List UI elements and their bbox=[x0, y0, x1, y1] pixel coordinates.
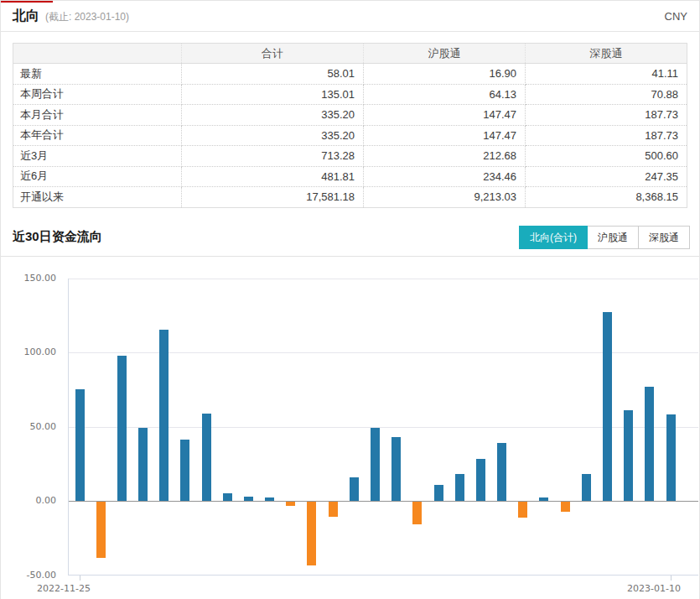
outflow-bar bbox=[561, 502, 570, 512]
table-row: 本周合计 135.01 64.13 70.88 bbox=[13, 84, 687, 105]
inflow-bar bbox=[159, 330, 169, 501]
flow-section-title: 近30日资金流向 bbox=[13, 229, 102, 245]
summary-table: 合计 沪股通 深股通 最新 58.01 16.90 41.11 本周合计 135… bbox=[13, 43, 687, 208]
cell-value: 335.20 bbox=[182, 125, 364, 146]
outflow-bar bbox=[412, 502, 422, 524]
x-axis-tick-first bbox=[80, 576, 80, 581]
zero-axis-line bbox=[69, 501, 698, 502]
gridline-150 bbox=[69, 279, 698, 279]
table-row: 本月合计 335.20 147.47 187.73 bbox=[13, 105, 687, 126]
inflow-bar bbox=[180, 440, 189, 501]
plot-area bbox=[68, 279, 698, 576]
row-label: 开通以来 bbox=[13, 187, 182, 208]
inflow-bar bbox=[497, 443, 506, 501]
corner-cell bbox=[13, 44, 182, 64]
row-label: 近6月 bbox=[13, 166, 182, 187]
cell-value: 8,368.15 bbox=[526, 187, 687, 208]
cell-value: 17,581.18 bbox=[182, 187, 364, 208]
flow-section-header: 近30日资金流向 北向(合计) 沪股通 深股通 bbox=[1, 218, 699, 257]
outflow-bar bbox=[286, 502, 295, 506]
table-row: 本年合计 335.20 147.47 187.73 bbox=[13, 125, 687, 146]
northbound-panel: 北向 (截止: 2023-01-10) CNY 合计 沪股通 深股通 最新 58… bbox=[0, 0, 700, 599]
y-axis-tick-label: -50.00 bbox=[1, 570, 56, 581]
flow-tabs: 北向(合计) 沪股通 深股通 bbox=[520, 226, 690, 249]
panel-title: 北向 bbox=[13, 8, 39, 25]
inflow-bar bbox=[202, 414, 211, 501]
summary-table-wrap: 合计 沪股通 深股通 最新 58.01 16.90 41.11 本周合计 135… bbox=[13, 43, 687, 208]
y-axis-tick-label: 50.00 bbox=[1, 421, 56, 433]
inflow-bar bbox=[455, 474, 464, 501]
top-accent-bar bbox=[1, 0, 53, 3]
col-header-shanghai: 沪股通 bbox=[364, 44, 526, 64]
flow-bar-chart: 150.00 100.00 50.00 0.00 -50.00 2022-11-… bbox=[1, 257, 699, 599]
cell-value: 16.90 bbox=[364, 64, 526, 85]
tab-shenzhen-connect[interactable]: 深股通 bbox=[638, 226, 690, 249]
cell-value: 187.73 bbox=[526, 105, 687, 126]
row-label: 本年合计 bbox=[13, 125, 182, 146]
currency-label: CNY bbox=[665, 10, 687, 23]
panel-header: 北向 (截止: 2023-01-10) CNY bbox=[1, 1, 699, 32]
cell-value: 247.35 bbox=[526, 166, 687, 187]
row-label: 最新 bbox=[13, 64, 182, 85]
outflow-bar bbox=[518, 502, 527, 518]
inflow-bar bbox=[117, 356, 127, 501]
row-label: 本月合计 bbox=[13, 105, 182, 126]
cell-value: 187.73 bbox=[526, 125, 687, 146]
table-row: 开通以来 17,581.18 9,213.03 8,368.15 bbox=[13, 187, 687, 208]
y-axis-tick-label: 100.00 bbox=[1, 346, 56, 358]
outflow-bar bbox=[96, 502, 106, 558]
inflow-bar bbox=[350, 477, 359, 501]
inflow-bar bbox=[666, 414, 676, 501]
cell-value: 147.47 bbox=[364, 125, 526, 146]
cell-value: 64.13 bbox=[364, 84, 526, 105]
cell-value: 58.01 bbox=[182, 64, 364, 85]
cell-value: 500.60 bbox=[526, 146, 687, 167]
inflow-bar bbox=[434, 485, 443, 501]
summary-table-header-row: 合计 沪股通 深股通 bbox=[13, 44, 687, 64]
cell-value: 234.46 bbox=[364, 166, 526, 187]
table-row: 最新 58.01 16.90 41.11 bbox=[13, 64, 687, 85]
inflow-bar bbox=[603, 312, 612, 501]
y-axis-tick-label: 150.00 bbox=[1, 273, 56, 284]
outflow-bar bbox=[307, 502, 316, 565]
asof-date-label: (截止: 2023-01-10) bbox=[45, 10, 129, 24]
x-axis-last-date-label: 2023-01-10 bbox=[627, 583, 681, 594]
cell-value: 9,213.03 bbox=[364, 187, 526, 208]
inflow-bar bbox=[75, 389, 85, 501]
x-axis-tick-last bbox=[671, 576, 671, 581]
table-row: 近6月 481.81 234.46 247.35 bbox=[13, 166, 687, 187]
row-label: 本周合计 bbox=[13, 84, 182, 105]
inflow-bar bbox=[645, 387, 654, 501]
table-row: 近3月 713.28 212.68 500.60 bbox=[13, 146, 687, 167]
col-header-shenzhen: 深股通 bbox=[526, 44, 687, 64]
x-axis-first-date-label: 2022-11-25 bbox=[37, 583, 91, 594]
tab-shanghai-connect[interactable]: 沪股通 bbox=[587, 226, 639, 249]
cell-value: 335.20 bbox=[182, 105, 364, 126]
cell-value: 135.01 bbox=[182, 84, 364, 105]
cell-value: 70.88 bbox=[526, 84, 687, 105]
cell-value: 212.68 bbox=[364, 146, 526, 167]
cell-value: 41.11 bbox=[526, 64, 687, 85]
inflow-bar bbox=[624, 410, 633, 501]
row-label: 近3月 bbox=[13, 146, 182, 167]
inflow-bar bbox=[476, 459, 485, 501]
cell-value: 147.47 bbox=[364, 105, 526, 126]
inflow-bar bbox=[138, 428, 148, 501]
cell-value: 481.81 bbox=[182, 166, 364, 187]
tab-northbound-total[interactable]: 北向(合计) bbox=[519, 226, 588, 249]
col-header-total: 合计 bbox=[182, 44, 364, 64]
inflow-bar bbox=[582, 474, 591, 501]
inflow-bar bbox=[391, 437, 401, 501]
inflow-bar bbox=[371, 428, 380, 501]
cell-value: 713.28 bbox=[182, 146, 364, 167]
y-axis-tick-label: 0.00 bbox=[1, 495, 56, 507]
outflow-bar bbox=[329, 502, 338, 517]
